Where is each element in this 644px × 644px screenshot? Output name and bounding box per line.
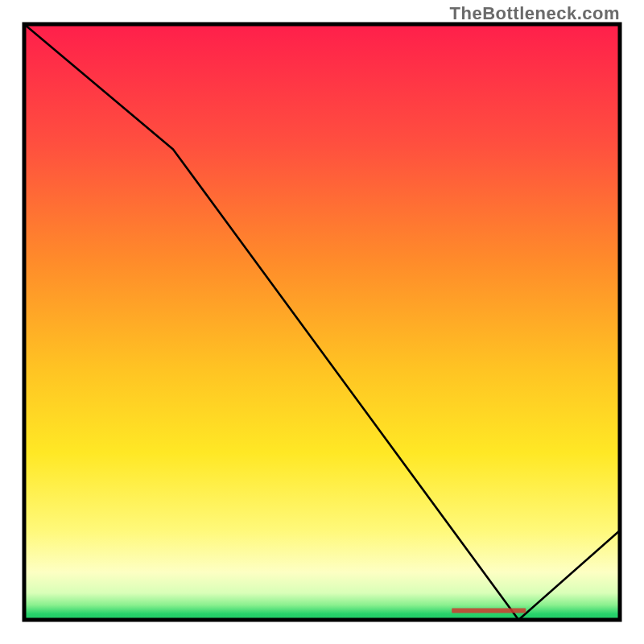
annotation-strip	[452, 609, 526, 613]
chart-container: TheBottleneck.com	[0, 0, 644, 644]
bottleneck-chart	[0, 0, 644, 644]
plot-gradient-bg	[24, 24, 620, 620]
